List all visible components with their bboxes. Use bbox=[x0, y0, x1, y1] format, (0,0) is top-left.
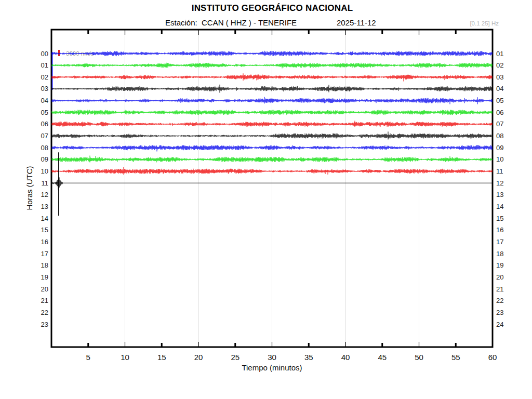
y-axis-label-left-15: 15 bbox=[41, 226, 48, 234]
x-tick-label-35: 35 bbox=[304, 353, 313, 362]
y-axis-label-right-22: 22 bbox=[496, 297, 503, 304]
x-tick-label-40: 40 bbox=[341, 353, 350, 362]
x-axis-title: Tiempo (minutos) bbox=[242, 363, 302, 372]
y-axis-label-right-03: 03 bbox=[496, 73, 503, 81]
x-tick-label-45: 45 bbox=[378, 353, 387, 362]
y-axis-label-left-22: 22 bbox=[41, 309, 48, 316]
y-axis-label-left-02: 02 bbox=[41, 73, 48, 81]
x-tick-label-50: 50 bbox=[415, 353, 423, 362]
y-axis-label-right-16: 16 bbox=[496, 226, 503, 234]
y-axis-label-left-01: 01 bbox=[41, 61, 48, 69]
y-axis-label-left-19: 19 bbox=[41, 273, 48, 281]
y-axis-label-left-00: 00 bbox=[41, 50, 48, 58]
x-tick-label-5: 5 bbox=[86, 353, 90, 362]
y-axis-label-left-05: 05 bbox=[41, 109, 48, 116]
y-axis-label-left-12: 12 bbox=[41, 191, 48, 198]
x-tick-label-20: 20 bbox=[194, 353, 203, 362]
y-axis-label-left-08: 08 bbox=[41, 144, 48, 152]
y-axis-label-left-14: 14 bbox=[41, 215, 48, 222]
y-axis-label-right-11: 11 bbox=[496, 167, 503, 175]
y-axis-label-right-09: 09 bbox=[496, 144, 503, 152]
y-axis-label-right-05: 05 bbox=[496, 97, 503, 104]
y-axis-label-left-17: 17 bbox=[41, 250, 48, 258]
event-spike-blob bbox=[56, 177, 62, 190]
y-axis-label-right-14: 14 bbox=[496, 203, 503, 210]
y-axis-label-right-12: 12 bbox=[496, 179, 503, 187]
y-axis-label-left-13: 13 bbox=[41, 203, 48, 210]
y-axis-label-right-02: 02 bbox=[496, 61, 503, 69]
x-tick-label-30: 30 bbox=[268, 353, 276, 362]
y-axis-label-left-09: 09 bbox=[41, 155, 48, 163]
y-axis-label-left-23: 23 bbox=[41, 321, 48, 328]
y-axis-label-left-20: 20 bbox=[41, 285, 48, 293]
y-axis-label-right-04: 04 bbox=[496, 85, 503, 92]
y-axis-label-right-21: 21 bbox=[496, 285, 503, 293]
y-axis-label-left-21: 21 bbox=[41, 297, 48, 304]
y-axis-label-right-15: 15 bbox=[496, 215, 503, 222]
y-axis-label-left-07: 07 bbox=[41, 132, 48, 140]
x-tick-label-10: 10 bbox=[121, 353, 129, 362]
y-axis-label-right-13: 13 bbox=[496, 191, 503, 198]
y-axis-label-right-08: 08 bbox=[496, 132, 503, 140]
y-axis-title: Horas (UTC) bbox=[25, 166, 34, 210]
y-axis-label-right-06: 06 bbox=[496, 109, 503, 116]
y-axis-label-right-19: 19 bbox=[496, 261, 503, 269]
x-tick-label-60: 60 bbox=[488, 353, 497, 362]
y-axis-label-left-18: 18 bbox=[41, 261, 48, 269]
y-axis-label-right-18: 18 bbox=[496, 250, 503, 258]
y-axis-label-right-20: 20 bbox=[496, 273, 503, 281]
helicorder-plot: 3000 nm/s0001010202030304040505060607070… bbox=[0, 0, 532, 399]
y-axis-label-left-11: 11 bbox=[42, 179, 49, 187]
y-axis-label-left-06: 06 bbox=[41, 120, 48, 128]
y-axis-label-right-10: 10 bbox=[496, 155, 503, 163]
y-axis-label-left-03: 03 bbox=[41, 85, 48, 92]
x-tick-label-15: 15 bbox=[157, 353, 166, 362]
y-axis-label-left-04: 04 bbox=[41, 97, 48, 104]
y-axis-label-right-24: 24 bbox=[496, 321, 503, 328]
seismogram-page: INSTITUTO GEOGRÁFICO NACIONAL Estación: … bbox=[0, 0, 532, 399]
y-axis-label-right-07: 07 bbox=[496, 120, 503, 128]
x-tick-label-55: 55 bbox=[451, 353, 460, 362]
y-axis-label-left-16: 16 bbox=[41, 238, 48, 246]
y-axis-label-right-23: 23 bbox=[496, 309, 503, 316]
y-axis-label-right-01: 01 bbox=[496, 50, 503, 58]
y-axis-label-left-10: 10 bbox=[41, 167, 48, 175]
x-tick-label-25: 25 bbox=[231, 353, 240, 362]
y-axis-label-right-17: 17 bbox=[496, 238, 503, 246]
